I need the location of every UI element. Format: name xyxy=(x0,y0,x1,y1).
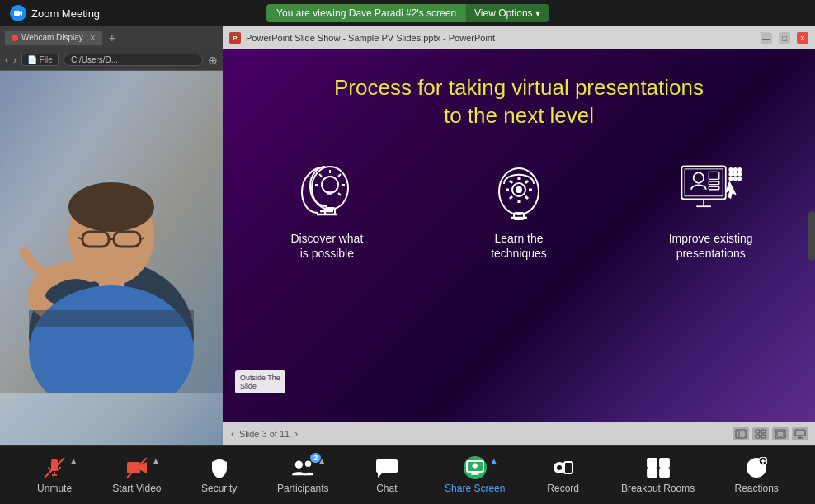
svg-rect-81 xyxy=(648,469,657,477)
slide-item-2-label: Learn the techniques xyxy=(491,231,547,261)
add-tab-icon[interactable]: ⊕ xyxy=(208,54,218,67)
url-text: C:/Users/D... xyxy=(71,55,118,64)
svg-rect-43 xyxy=(709,181,718,185)
ppt-title-text: PowerPoint Slide Show - Sample PV Slides… xyxy=(246,33,756,43)
svg-marker-73 xyxy=(472,463,475,469)
new-tab-button[interactable]: + xyxy=(106,31,119,45)
reactions-emoji-icon xyxy=(745,456,768,479)
record-icon xyxy=(552,456,575,479)
svg-marker-74 xyxy=(475,463,478,469)
slide-watermark: Outside The Slide xyxy=(235,370,285,393)
view-grid-icon[interactable] xyxy=(752,427,769,440)
unmute-chevron[interactable]: ▲ xyxy=(69,456,78,465)
browser-nav: ‹ › 📄 File C:/Users/D... ⊕ xyxy=(0,49,223,71)
unmute-label: Unmute xyxy=(37,483,72,494)
view-presenter-icon[interactable] xyxy=(792,427,808,440)
breakout-rooms-button[interactable]: Breakout Rooms xyxy=(615,451,701,499)
next-slide-button[interactable]: › xyxy=(293,428,299,440)
start-video-button[interactable]: ▲ Start Video xyxy=(106,451,167,499)
person-figure xyxy=(0,71,223,393)
svg-point-49 xyxy=(733,172,737,176)
view-slide-panel-icon[interactable] xyxy=(772,427,789,440)
zoom-app-icon xyxy=(10,5,26,21)
svg-rect-62 xyxy=(795,430,805,436)
breakout-rooms-icon xyxy=(647,456,670,479)
svg-rect-38 xyxy=(685,168,723,195)
tab-close-icon[interactable]: × xyxy=(90,32,96,44)
video-icon-area: ▲ xyxy=(125,456,148,479)
slide-content: Process for taking virtual presentations… xyxy=(223,49,815,422)
record-button[interactable]: Record xyxy=(539,451,588,499)
app-title: Zoom Meeting xyxy=(31,7,100,20)
unmute-button[interactable]: ▲ Unmute xyxy=(30,451,79,499)
svg-point-50 xyxy=(738,172,742,176)
record-icon-area xyxy=(552,456,575,479)
breakout-rooms-label: Breakout Rooms xyxy=(621,483,695,494)
svg-rect-61 xyxy=(777,431,784,436)
chat-bubble-icon xyxy=(375,456,398,479)
prev-slide-button[interactable]: ‹ xyxy=(229,428,236,440)
svg-point-45 xyxy=(729,168,733,172)
share-chevron[interactable]: ▲ xyxy=(490,456,498,465)
slide-title: Process for taking virtual presentations… xyxy=(334,74,704,130)
unmute-icon-area: ▲ xyxy=(43,456,66,479)
record-label: Record xyxy=(547,483,579,494)
security-label: Security xyxy=(201,483,237,494)
participants-icon-area: 2 ▲ xyxy=(291,456,314,479)
security-icon-area xyxy=(208,456,231,479)
slide-item-3: Improve existing presentations xyxy=(623,155,799,261)
start-video-label: Start Video xyxy=(112,483,161,494)
svg-rect-68 xyxy=(127,462,140,473)
svg-rect-57 xyxy=(761,430,766,433)
svg-rect-82 xyxy=(660,469,669,477)
browser-tab-area: Webcam Display × + xyxy=(5,31,218,45)
slide-icons-row: Discover what is possible xyxy=(239,155,799,261)
svg-point-51 xyxy=(729,177,733,180)
security-shield-icon xyxy=(208,456,231,479)
svg-line-35 xyxy=(525,181,528,183)
ppt-title-bar: P PowerPoint Slide Show - Sample PV Slid… xyxy=(223,26,815,49)
participants-chevron[interactable]: ▲ xyxy=(318,456,326,465)
toolbar: ▲ Unmute ▲ Start Video Security xyxy=(0,445,815,504)
chat-label: Chat xyxy=(376,483,397,494)
forward-button[interactable]: › xyxy=(13,54,16,66)
tab-label: Webcam Display xyxy=(21,33,83,42)
share-screen-button[interactable]: ▲ Share Screen xyxy=(438,451,511,499)
minimize-button[interactable]: — xyxy=(761,32,772,44)
svg-point-46 xyxy=(733,168,737,172)
video-chevron[interactable]: ▲ xyxy=(152,456,160,465)
participants-label: Participants xyxy=(277,483,329,494)
view-normal-icon[interactable] xyxy=(733,427,749,440)
participants-button[interactable]: 2 ▲ Participants xyxy=(271,451,336,499)
back-button[interactable]: ‹ xyxy=(5,54,8,66)
mic-icon xyxy=(43,456,66,479)
camera-icon xyxy=(125,456,148,479)
svg-marker-69 xyxy=(140,462,147,473)
close-button[interactable]: × xyxy=(797,32,808,44)
svg-line-36 xyxy=(510,196,512,199)
gear-head-icon xyxy=(486,155,552,221)
slide-item-1-label: Discover what is possible xyxy=(290,231,363,261)
powerpoint-window: P PowerPoint Slide Show - Sample PV Slid… xyxy=(223,26,815,445)
reactions-icon-area xyxy=(745,456,768,479)
file-label: 📄 File xyxy=(27,55,53,64)
url-bar[interactable]: C:/Users/D... xyxy=(64,54,203,66)
recording-dot xyxy=(12,35,18,41)
chat-button[interactable]: Chat xyxy=(362,451,412,499)
resize-handle[interactable] xyxy=(808,211,815,261)
file-indicator: 📄 File xyxy=(21,54,59,66)
svg-point-53 xyxy=(738,177,742,180)
title-bar: Zoom Meeting You are viewing Dave Paradi… xyxy=(0,0,815,26)
svg-point-18 xyxy=(322,177,338,193)
webcam-panel: Webcam Display × + ‹ › 📄 File C:/Users/D… xyxy=(0,26,223,445)
zoom-logo: Zoom Meeting xyxy=(10,5,100,21)
svg-rect-0 xyxy=(14,11,20,16)
reactions-button[interactable]: Reactions xyxy=(728,451,784,499)
svg-line-22 xyxy=(338,193,341,195)
maximize-button[interactable]: □ xyxy=(779,32,790,44)
browser-tab[interactable]: Webcam Display × xyxy=(5,31,102,45)
slide-item-3-label: Improve existing presentations xyxy=(669,231,753,261)
view-options-button[interactable]: View Options ▾ xyxy=(466,4,549,22)
view-icons xyxy=(733,427,808,440)
security-button[interactable]: Security xyxy=(195,451,244,499)
